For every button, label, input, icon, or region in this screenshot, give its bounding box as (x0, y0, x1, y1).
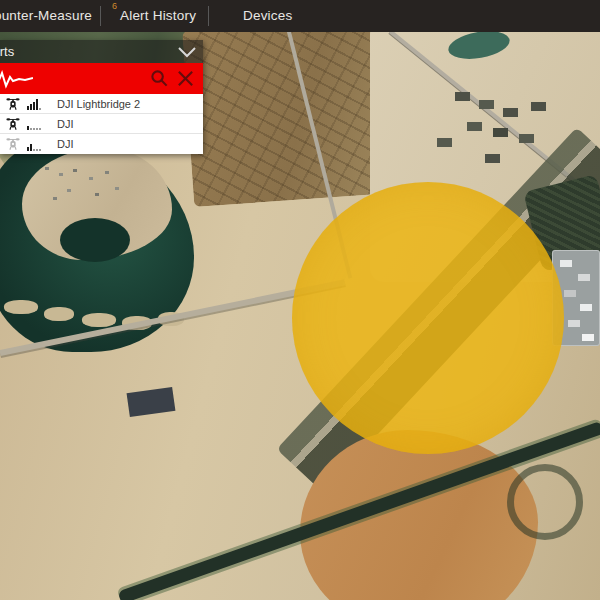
top-nav-bar: Counter-Measure 6 Alert History Devices (0, 0, 600, 32)
alerts-panel-title: Alerts (0, 44, 14, 59)
map-orchard-area (182, 32, 400, 207)
alert-list-item[interactable]: DJI (0, 134, 203, 154)
map-islet (82, 313, 116, 327)
signal-strength-icon (27, 138, 47, 151)
tab-divider (208, 6, 209, 26)
map-buildings (560, 260, 572, 267)
drone-icon (6, 117, 20, 131)
drone-icon (6, 137, 20, 151)
alert-list: DJI Lightbridge 2 DJI (0, 94, 203, 154)
detection-zone-circle[interactable] (292, 182, 564, 454)
tab-alert-history[interactable]: Alert History (120, 0, 196, 32)
map-island-bay (60, 218, 130, 262)
alert-list-item[interactable]: DJI (0, 114, 203, 134)
alert-device-name: DJI Lightbridge 2 (57, 98, 140, 110)
alert-list-item[interactable]: DJI Lightbridge 2 (0, 94, 203, 114)
alerts-toolbar (0, 63, 203, 94)
alert-count-badge: 6 (112, 1, 117, 11)
close-icon[interactable] (176, 69, 195, 88)
map-islet (44, 307, 74, 321)
tab-counter-measure[interactable]: Counter-Measure (0, 0, 92, 32)
search-icon[interactable] (150, 69, 169, 88)
alert-device-name: DJI (57, 118, 74, 130)
tab-divider (100, 6, 101, 26)
map-islet (4, 300, 38, 314)
alert-device-name: DJI (57, 138, 74, 150)
map-interchange-loop (507, 464, 583, 540)
map-island-buildings (45, 167, 49, 170)
tab-devices[interactable]: Devices (243, 0, 292, 32)
alerts-panel-header[interactable]: Alerts (0, 40, 203, 63)
alerts-panel: Alerts (0, 40, 203, 154)
app-screen: Counter-Measure 6 Alert History Devices … (0, 0, 600, 600)
chevron-down-icon[interactable] (177, 46, 197, 58)
drone-icon (6, 97, 20, 111)
signal-strength-icon (27, 117, 47, 130)
signal-waveform-icon (0, 69, 33, 93)
signal-strength-icon (27, 97, 47, 110)
map-buildings (455, 92, 470, 101)
